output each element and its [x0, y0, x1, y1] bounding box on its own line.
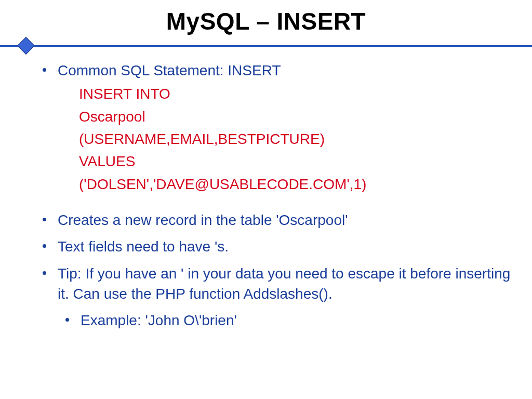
bullet-item: Text fields need to have 's.	[43, 236, 511, 257]
bullet-item: Creates a new record in the table 'Oscar…	[43, 210, 511, 230]
code-line: VALUES	[79, 150, 511, 172]
slide-content: Common SQL Statement: INSERT INSERT INTO…	[0, 60, 532, 330]
bullet-text: Tip: If you have an ' in your data you n…	[58, 263, 511, 304]
bullet-icon	[43, 271, 46, 275]
slide-title-area: MySQL – INSERT	[0, 0, 532, 39]
title-divider	[0, 39, 532, 52]
code-line: ('DOLSEN','DAVE@USABLECODE.COM',1)	[79, 173, 511, 195]
code-line: (USERNAME,EMAIL,BESTPICTURE)	[79, 128, 511, 150]
code-block: INSERT INTO Oscarpool (USERNAME,EMAIL,BE…	[79, 83, 511, 195]
bullet-item: Example: 'John O\'brien'	[65, 310, 511, 330]
bullet-item: Common SQL Statement: INSERT	[43, 60, 511, 81]
bullet-text: Creates a new record in the table 'Oscar…	[58, 210, 348, 230]
bullet-text: Text fields need to have 's.	[58, 236, 229, 257]
bullet-icon	[43, 244, 46, 248]
bullet-icon	[43, 68, 46, 72]
bullet-text: Example: 'John O\'brien'	[81, 310, 237, 330]
code-line: INSERT INTO	[79, 83, 511, 105]
bullet-icon	[43, 218, 46, 221]
divider-line	[0, 45, 532, 47]
bullet-icon	[65, 318, 69, 322]
slide-title: MySQL – INSERT	[0, 7, 532, 35]
code-line: Oscarpool	[79, 105, 511, 128]
bullet-item: Tip: If you have an ' in your data you n…	[43, 263, 511, 304]
diamond-icon	[17, 37, 35, 55]
bullet-text: Common SQL Statement: INSERT	[58, 60, 281, 81]
